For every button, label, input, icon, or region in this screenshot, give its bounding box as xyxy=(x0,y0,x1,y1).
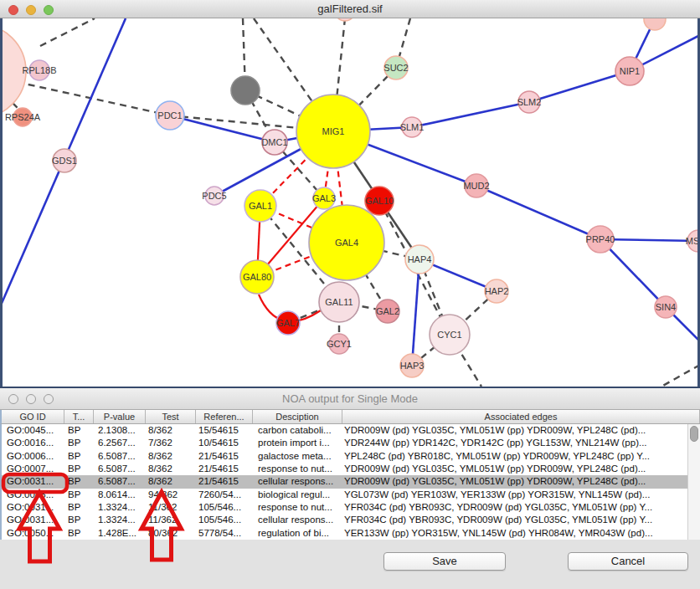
cell-reference: 7260/54... xyxy=(196,489,253,501)
node-MIG1[interactable]: MIG1 xyxy=(296,95,370,168)
table-row[interactable]: GO:0031...BP1.3324...11/362105/546...cel… xyxy=(2,514,700,526)
node-PDC5[interactable]: PDC5 xyxy=(202,187,226,205)
node-MUD2[interactable]: MUD2 xyxy=(463,174,489,197)
cell-edges: YGL073W (pd) YER103W, YER133W (pp) YOR31… xyxy=(342,489,700,501)
node-GAL3[interactable]: GAL3 xyxy=(312,187,336,209)
cell-go_id: GO:0006... xyxy=(2,450,64,463)
column-header-go_id[interactable]: GO ID xyxy=(2,410,64,423)
cell-reference: 21/54615 xyxy=(196,475,253,488)
node-label: PDC5 xyxy=(202,191,226,201)
table-row[interactable]: GO:0031...BP1.3324...11/362105/546...res… xyxy=(2,501,700,514)
node-GAL4[interactable]: GAL4 xyxy=(309,205,384,280)
edge-gray-dash[interactable] xyxy=(17,82,170,115)
edge-blue[interactable] xyxy=(529,71,630,102)
cell-edges: YFR034C (pd) YBR093C, YDR009W (pd) YGL03… xyxy=(342,514,700,526)
node-GAL11[interactable]: GAL11 xyxy=(319,282,359,322)
node-HAP4[interactable]: HAP4 xyxy=(405,245,434,274)
column-header-reference[interactable]: Referen... xyxy=(196,410,253,423)
node-label: NIP1 xyxy=(620,66,640,76)
table-row[interactable]: GO:0050...BP1.428E...80/3625778/54...reg… xyxy=(2,527,700,540)
node-SLM1[interactable]: SLM1 xyxy=(400,117,425,137)
cell-test: 80/362 xyxy=(146,527,196,540)
edge-gray-dash[interactable] xyxy=(661,365,700,387)
node-GCY1[interactable]: GCY1 xyxy=(327,334,352,354)
output-titlebar[interactable]: NOA output for Single Mode xyxy=(0,388,700,410)
node-SUC2[interactable]: SUC2 xyxy=(383,56,408,79)
node-RPL18B[interactable]: RPL18B xyxy=(23,60,57,80)
node-top-right-node[interactable] xyxy=(644,18,666,30)
cell-go_id: GO:0031... xyxy=(2,501,64,514)
scrollbar-thumb[interactable] xyxy=(690,426,698,442)
cell-edges: YER133W (pp) YOR315W, YNL145W (pd) YHR08… xyxy=(342,527,700,540)
network-titlebar[interactable]: galFiltered.sif xyxy=(0,0,700,18)
node-SIN4[interactable]: SIN4 xyxy=(655,296,677,318)
cell-description: cellular respons... xyxy=(253,514,342,526)
table-row[interactable]: GO:0007...BP6.5087...8/36221/54615respon… xyxy=(2,463,700,475)
node-GAL7[interactable]: GAL7 xyxy=(276,311,300,335)
cell-test: 8/362 xyxy=(146,450,196,463)
network-window-title: galFiltered.sif xyxy=(0,0,700,18)
node-label: SIN4 xyxy=(656,302,676,312)
cell-edges: YFR034C (pd) YBR093C, YDR009W (pd) YGL03… xyxy=(342,501,700,514)
node-label: MUD2 xyxy=(463,181,489,191)
node-label: GAL4 xyxy=(335,238,358,248)
edge-blue[interactable] xyxy=(476,186,600,239)
node-NIP1[interactable]: NIP1 xyxy=(615,57,644,85)
cell-edges: YDR244W (pp) YDR142C, YDR142C (pp) YGL15… xyxy=(342,437,700,449)
cell-p_value: 6.2567... xyxy=(94,437,146,449)
node-top-node[interactable] xyxy=(335,18,355,21)
node-GAL1[interactable]: GAL1 xyxy=(244,190,276,222)
cell-go_id: GO:0045... xyxy=(2,424,64,437)
node-label: GAL2 xyxy=(376,306,399,316)
node-PDC1[interactable]: PDC1 xyxy=(156,101,184,130)
edge-blue[interactable] xyxy=(412,102,529,127)
column-header-test[interactable]: Test xyxy=(146,410,196,423)
node-SLM2[interactable]: SLM2 xyxy=(517,91,542,113)
edge-blue[interactable] xyxy=(600,239,666,307)
cell-go_id: GO:0031... xyxy=(2,475,64,488)
node-HAP3[interactable]: HAP3 xyxy=(400,354,425,377)
node-GDS1[interactable]: GDS1 xyxy=(52,149,77,172)
node-RPS24A[interactable]: RPS24A xyxy=(5,108,41,126)
column-header-type[interactable]: T... xyxy=(64,410,94,423)
column-header-edges[interactable]: Associated edges xyxy=(342,410,700,423)
node-DMC1[interactable]: DMC1 xyxy=(261,130,287,155)
save-button[interactable]: Save xyxy=(383,552,506,571)
node-gray-node[interactable] xyxy=(231,76,260,105)
screen: galFiltered.sif RPL18BRPS24APDC1GDS1DMC1… xyxy=(0,0,700,589)
node-GAL10[interactable]: GAL10 xyxy=(365,187,394,215)
column-header-p_value[interactable]: P-value xyxy=(94,410,146,423)
node-GAL2[interactable]: GAL2 xyxy=(376,300,399,323)
cell-p_value: 6.5087... xyxy=(94,475,146,488)
table-row[interactable]: GO:0065...BP8.0614...94/3627260/54...bio… xyxy=(2,489,700,501)
edge-blue[interactable] xyxy=(170,115,275,142)
edge-blue[interactable] xyxy=(600,239,698,241)
edge-blue[interactable] xyxy=(412,259,419,366)
node-PRP40[interactable]: PRP40 xyxy=(586,226,615,253)
table-row[interactable]: GO:0016...BP6.2567...7/36210/54615protei… xyxy=(2,437,700,449)
node-GAL80[interactable]: GAL80 xyxy=(240,260,274,294)
edge-gray-dash[interactable] xyxy=(40,18,95,46)
column-header-description[interactable]: Desciption xyxy=(253,410,342,423)
cell-description: regulation of bi... xyxy=(253,527,342,540)
cell-p_value: 1.428E... xyxy=(94,527,146,540)
cell-reference: 105/546... xyxy=(196,501,253,514)
window-left-border xyxy=(0,18,3,387)
table-row[interactable]: GO:0031...BP6.5087...8/36221/54615cellul… xyxy=(2,475,700,488)
cell-test: 8/362 xyxy=(146,424,196,437)
node-label: GAL11 xyxy=(325,297,353,307)
network-canvas[interactable]: RPL18BRPS24APDC1GDS1DMC1MIG1SUC2SLM1SLM2… xyxy=(0,18,700,387)
cell-type: BP xyxy=(64,437,94,449)
cancel-button[interactable]: Cancel xyxy=(568,552,688,571)
cell-p_value: 8.0614... xyxy=(94,489,146,501)
node-label: SLM2 xyxy=(517,97,542,107)
network-graph: RPL18BRPS24APDC1GDS1DMC1MIG1SUC2SLM1SLM2… xyxy=(0,18,700,387)
vertical-scrollbar[interactable] xyxy=(687,424,700,540)
node-CYC1[interactable]: CYC1 xyxy=(430,315,470,355)
node-label: HAP2 xyxy=(485,286,509,296)
cell-edges: YDR009W (pd) YGL035C, YML051W (pp) YDR00… xyxy=(342,463,700,475)
table-row[interactable]: GO:0045...BP2.1308...8/36215/54615carbon… xyxy=(2,424,700,437)
cell-go_id: GO:0016... xyxy=(2,437,64,449)
node-HAP2[interactable]: HAP2 xyxy=(485,279,509,303)
table-row[interactable]: GO:0006...BP6.5087...8/36221/54615galact… xyxy=(2,450,700,463)
